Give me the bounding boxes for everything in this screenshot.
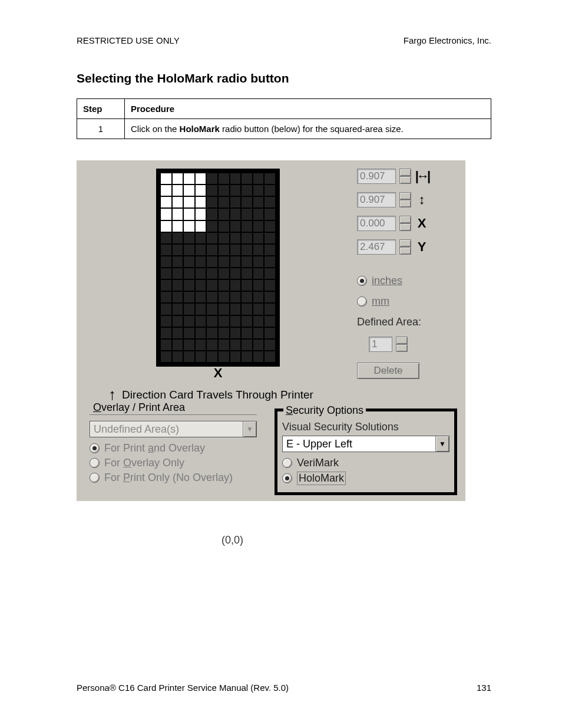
security-dropdown[interactable]: E - Upper Left ▼	[282, 436, 449, 452]
step-text: Click on the HoloMark radio button (belo…	[125, 119, 491, 139]
overlay-dropdown[interactable]: Undefined Area(s) ▼	[90, 421, 257, 437]
overlay-opt-print-only[interactable]: For Print Only (No Overlay)	[90, 472, 257, 484]
defined-area-spinner[interactable]	[396, 337, 408, 352]
x-icon: X	[415, 216, 429, 231]
y-icon: Y	[415, 239, 429, 255]
width-icon: |↔|	[415, 169, 429, 184]
txt-bold: HoloMark	[180, 124, 220, 134]
radio-icon	[90, 473, 100, 483]
txt: verlay / Print Area	[101, 401, 185, 413]
width-spinner[interactable]	[399, 169, 411, 184]
table-row: 1 Click on the HoloMark radio button (be…	[77, 119, 491, 139]
height-field: 0.907 ↕	[357, 192, 457, 207]
opt-label: HoloMark	[297, 472, 346, 485]
registered-icon: ®	[110, 683, 116, 693]
x-input[interactable]: 0.000	[357, 216, 396, 231]
radio-icon	[90, 458, 100, 468]
security-sublabel: Visual Security Solutions	[282, 421, 449, 433]
txt: Click on the	[131, 124, 180, 134]
defined-area-label: Defined Area:	[357, 316, 457, 328]
radio-icon	[357, 297, 367, 307]
opt-label: VeriMark	[297, 457, 339, 469]
footer-left: Persona® C16 Card Printer Service Manual…	[77, 683, 289, 693]
col-procedure: Procedure	[125, 99, 491, 119]
delete-button[interactable]: Delete	[357, 363, 419, 379]
opt-label: For Print and Overlay	[104, 442, 205, 454]
x-axis-label: X	[214, 365, 223, 381]
header-left: RESTRICTED USE ONLY	[77, 35, 180, 45]
dialog-screenshot: Y (0,0) X 0.907 |↔| 0.907 ↕ 0.000	[77, 160, 465, 501]
overlay-dropdown-value: Undefined Area(s)	[90, 423, 243, 436]
x-spinner[interactable]	[399, 216, 411, 231]
txt: C16 Card Printer Service Manual (Rev. 5.…	[116, 683, 289, 693]
security-group-title: Security Options	[283, 404, 366, 417]
page-header: RESTRICTED USE ONLY Fargo Electronics, I…	[77, 35, 491, 45]
unit-inches-option[interactable]: inches	[357, 275, 457, 287]
width-input[interactable]: 0.907	[357, 169, 396, 184]
radio-icon	[90, 443, 100, 453]
height-icon: ↕	[415, 192, 429, 207]
page-footer: Persona® C16 Card Printer Service Manual…	[77, 683, 491, 693]
security-opt-verimark[interactable]: VeriMark	[282, 457, 449, 469]
step-number: 1	[77, 119, 125, 139]
chevron-down-icon: ▼	[435, 436, 449, 452]
overlay-group-title: Overlay / Print Area	[91, 401, 187, 414]
txt: O	[93, 401, 101, 413]
y-spinner[interactable]	[399, 239, 411, 255]
txt: S	[286, 404, 293, 416]
direction-label: Direction Card Travels Through Printer	[122, 388, 313, 401]
chevron-down-icon: ▼	[243, 421, 256, 437]
unit-mm-label: mm	[372, 295, 389, 308]
txt: ecurity Options	[293, 404, 363, 416]
y-field: 2.467 Y	[357, 239, 457, 255]
x-field: 0.000 X	[357, 216, 457, 231]
overlay-opt-print-and-overlay[interactable]: For Print and Overlay	[90, 442, 257, 454]
area-grid[interactable]	[156, 169, 280, 367]
width-field: 0.907 |↔|	[357, 169, 457, 184]
security-group: Security Options Visual Security Solutio…	[275, 409, 457, 495]
radio-icon	[282, 473, 292, 483]
security-opt-holomark[interactable]: HoloMark	[282, 472, 449, 485]
txt: radio button (below) for the squared-are…	[220, 124, 404, 134]
overlay-group: Overlay / Print Area Undefined Area(s) ▼…	[85, 409, 262, 495]
txt: Persona	[77, 683, 110, 693]
security-dropdown-value: E - Upper Left	[283, 438, 435, 450]
unit-mm-option[interactable]: mm	[357, 295, 457, 308]
height-input[interactable]: 0.907	[357, 192, 396, 207]
page-number: 131	[477, 683, 491, 693]
opt-label: For Overlay Only	[104, 457, 184, 469]
opt-label: For Print Only (No Overlay)	[104, 472, 233, 484]
steps-table: Step Procedure 1 Click on the HoloMark r…	[77, 98, 491, 139]
origin-label: (0,0)	[222, 534, 243, 546]
height-spinner[interactable]	[399, 192, 411, 207]
unit-inches-label: inches	[372, 275, 402, 287]
section-title: Selecting the HoloMark radio button	[77, 71, 491, 85]
defined-area-input[interactable]: 1	[369, 337, 392, 352]
radio-icon	[357, 276, 367, 286]
y-input[interactable]: 2.467	[357, 239, 396, 255]
col-step: Step	[77, 99, 125, 119]
radio-icon	[282, 458, 292, 468]
overlay-opt-overlay-only[interactable]: For Overlay Only	[90, 457, 257, 469]
header-right: Fargo Electronics, Inc.	[404, 35, 491, 45]
